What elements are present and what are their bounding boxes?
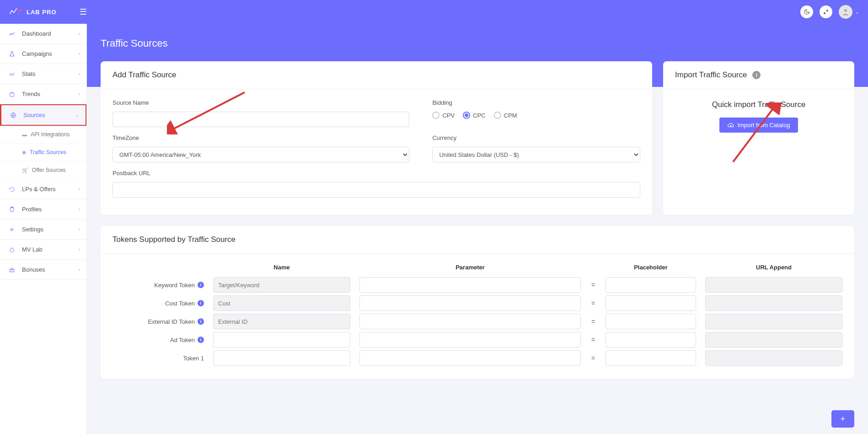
beaker-icon — [8, 246, 16, 253]
token-placeholder-input[interactable] — [605, 350, 696, 366]
col-header-name: Name — [213, 264, 350, 271]
info-icon[interactable]: i — [198, 282, 204, 288]
source-name-input[interactable] — [113, 112, 409, 127]
token-name-input[interactable] — [213, 332, 350, 348]
sidebar-sub-label: Traffic Sources — [30, 149, 66, 155]
sidebar-item-dashboard[interactable]: Dashboard › — [0, 24, 86, 44]
svg-rect-1 — [10, 93, 14, 96]
token-placeholder-input[interactable] — [605, 295, 696, 311]
col-header-parameter: Parameter — [359, 264, 581, 271]
dark-mode-toggle[interactable] — [800, 5, 813, 18]
sidebar-item-settings[interactable]: Settings › — [0, 220, 86, 240]
timezone-label: TimeZone — [113, 134, 409, 141]
sidebar-item-label: Stats — [22, 70, 36, 77]
hamburger-icon[interactable]: ☰ — [80, 7, 87, 17]
card-title: Add Traffic Source — [101, 61, 652, 89]
sidebar-item-sources[interactable]: Sources ⌄ — [0, 104, 86, 126]
token-placeholder-input[interactable] — [605, 332, 696, 348]
sidebar-item-label: MV Lab — [22, 246, 43, 253]
sidebar-item-mvlab[interactable]: MV Lab › — [0, 240, 86, 260]
info-icon[interactable]: i — [752, 71, 761, 79]
token-url-append-input — [705, 295, 842, 311]
sidebar-item-label: Sources — [23, 112, 45, 118]
token-label: Keyword Token i — [113, 282, 204, 289]
token-name-input — [213, 295, 350, 311]
chevron-right-icon: › — [79, 187, 80, 192]
token-label: Ad Token i — [113, 337, 204, 343]
token-parameter-input[interactable] — [359, 332, 581, 348]
col-header-url-append: URL Append — [705, 264, 842, 271]
equals-sign: = — [590, 354, 596, 362]
token-row: Ad Token i = — [113, 332, 842, 348]
token-label: Cost Token i — [113, 300, 204, 307]
import-traffic-source-card: Import Traffic Source i Quick import Tra… — [663, 61, 854, 215]
card-title: Import Traffic Source — [675, 70, 747, 80]
svg-point-5 — [10, 248, 14, 252]
info-icon[interactable]: i — [198, 300, 204, 306]
sidebar-item-stats[interactable]: Stats › — [0, 64, 86, 84]
info-icon[interactable]: i — [198, 318, 204, 325]
chevron-right-icon: › — [79, 227, 80, 232]
cloud-download-icon — [728, 122, 734, 129]
chevron-right-icon: › — [79, 247, 80, 252]
info-icon[interactable]: i — [198, 337, 204, 343]
equals-sign: = — [590, 336, 596, 343]
token-row: External ID Token i = — [113, 314, 842, 329]
token-row: Keyword Token i = — [113, 277, 842, 293]
user-icon — [841, 8, 850, 16]
postback-url-input[interactable] — [113, 182, 640, 198]
svg-point-0 — [844, 9, 847, 12]
clipboard-icon — [8, 206, 16, 213]
sidebar-sub-label: API Integrations — [31, 131, 70, 138]
bidding-option-cpv[interactable]: CPV — [432, 112, 455, 119]
token-parameter-input[interactable] — [359, 295, 581, 311]
chevron-right-icon: › — [79, 91, 80, 96]
token-placeholder-input[interactable] — [605, 314, 696, 329]
token-placeholder-input[interactable] — [605, 277, 696, 293]
sidebar-item-label: Settings — [22, 226, 43, 233]
logo[interactable]: LAB PRO — [9, 7, 57, 16]
sidebar-sub-offer-sources[interactable]: 🛒 Offer Sources — [0, 161, 86, 179]
token-row: Token 1 = — [113, 350, 842, 366]
fullscreen-toggle[interactable] — [820, 5, 832, 18]
globe-icon — [10, 112, 17, 118]
gift-icon — [8, 267, 16, 273]
bidding-label: Bidding — [432, 99, 640, 106]
sidebar-item-bonuses[interactable]: Bonuses › — [0, 260, 86, 280]
globe-icon: ⊕ — [22, 150, 26, 155]
source-name-label: Source Name — [113, 99, 409, 106]
token-label: External ID Token i — [113, 318, 204, 325]
sidebar-item-lps-offers[interactable]: LPs & Offers › — [0, 179, 86, 199]
currency-select[interactable]: United States Dollar (USD - $) — [432, 147, 640, 162]
bidding-option-cpc[interactable]: CPC — [463, 112, 485, 119]
sidebar-item-campaigns[interactable]: Campaigns › — [0, 44, 86, 64]
token-name-input — [213, 314, 350, 329]
equals-sign: = — [590, 318, 596, 325]
token-parameter-input[interactable] — [359, 314, 581, 329]
equals-sign: = — [590, 300, 596, 307]
token-url-append-input — [705, 350, 842, 366]
token-parameter-input[interactable] — [359, 277, 581, 293]
import-from-catalog-button[interactable]: Import from Catalog — [719, 118, 798, 133]
equals-sign: = — [590, 281, 596, 289]
wrench-icon — [8, 226, 16, 233]
chevron-right-icon: › — [79, 71, 80, 76]
token-name-input[interactable] — [213, 350, 350, 366]
col-header-placeholder: Placeholder — [605, 264, 696, 271]
history-icon — [8, 186, 16, 193]
sidebar-sub-traffic-sources[interactable]: ⊕ Traffic Sources — [0, 144, 86, 161]
cart-icon: 🛒 — [22, 167, 28, 173]
sidebar-item-profiles[interactable]: Profiles › — [0, 199, 86, 220]
timezone-select[interactable]: GMT-05:00 America/New_York — [113, 147, 409, 162]
top-header: LAB PRO ☰ ⌄ — [0, 0, 868, 24]
chevron-right-icon: › — [79, 267, 80, 272]
flask-icon — [8, 51, 16, 57]
postback-label: Postback URL — [113, 170, 640, 177]
user-menu[interactable]: ⌄ — [839, 5, 859, 19]
sidebar-sub-api-integrations[interactable]: ▬ API Integrations — [0, 126, 86, 144]
logo-text: LAB PRO — [27, 9, 57, 16]
sidebar-item-trends[interactable]: Trends › — [0, 84, 86, 104]
bidding-option-cpm[interactable]: CPM — [494, 112, 517, 119]
token-parameter-input[interactable] — [359, 350, 581, 366]
chevron-down-icon: ⌄ — [855, 10, 859, 15]
